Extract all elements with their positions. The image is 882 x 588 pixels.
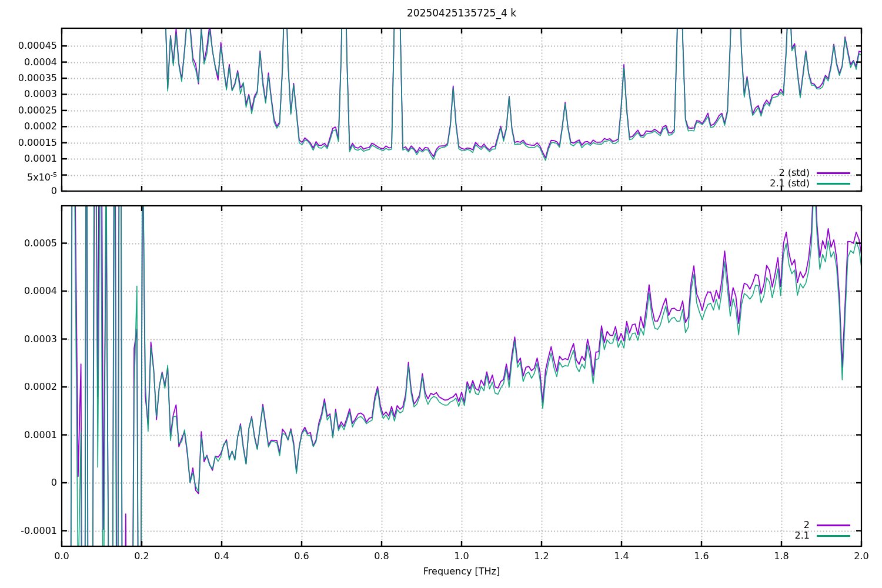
legend-label: 2.1	[795, 530, 810, 541]
y-tick-label: 0.0003	[0, 333, 57, 345]
y-tick-label: 0	[0, 185, 57, 197]
y-tick-label: 0	[0, 477, 57, 489]
y-axis-label-clipped: k	[0, 368, 2, 373]
legend-label: 2	[804, 520, 810, 530]
legend-label: 2 (std)	[779, 168, 810, 178]
y-tick-label: -0.0001	[0, 525, 57, 537]
x-axis-label: Frequency [THz]	[62, 566, 861, 577]
y-tick-label: 0.0003	[0, 88, 57, 100]
x-tick-label: 1.6	[681, 550, 722, 562]
y-tick-label: 0.0001	[0, 153, 57, 165]
legend-item: 2.1 (std)	[770, 178, 850, 189]
legend-line-sample	[817, 524, 850, 526]
x-tick-label: 1.8	[761, 550, 802, 562]
x-tick-label: 0.2	[121, 550, 162, 562]
legend-line-sample	[817, 535, 850, 537]
legend-label: 2.1 (std)	[770, 178, 810, 189]
y-tick-label: 0.00045	[0, 40, 57, 52]
y-tick-label: 0.0005	[0, 238, 57, 249]
y-tick-label: 0.0001	[0, 429, 57, 441]
x-tick-label: 0.4	[201, 550, 242, 562]
legend-item: 2.1	[795, 530, 850, 542]
chart-canvas	[0, 0, 882, 588]
y-tick-label: 0.00035	[0, 72, 57, 84]
y-tick-label: 0.0002	[0, 121, 57, 132]
x-tick-label: 0.8	[361, 550, 402, 562]
y-tick-label: 0.0002	[0, 381, 57, 393]
legend-line-sample	[817, 172, 850, 174]
legend-item: 2 (std)	[779, 167, 850, 179]
x-tick-label: 0.0	[41, 550, 82, 562]
y-tick-label: 0.0004	[0, 285, 57, 297]
gnuplot-window: 20250425135725_4 k Frequency [THz] k 05x…	[0, 0, 882, 588]
x-tick-label: 0.6	[281, 550, 322, 562]
x-tick-label: 1.0	[441, 550, 482, 562]
y-tick-label: 0.0004	[0, 56, 57, 68]
x-tick-label: 1.4	[601, 550, 642, 562]
legend-item: 2	[804, 519, 850, 531]
y-tick-label: 0.00025	[0, 105, 57, 116]
x-tick-label: 2.0	[841, 550, 882, 562]
x-tick-label: 1.2	[521, 550, 562, 562]
y-tick-label: 0.00015	[0, 137, 57, 149]
y-tick-label: 5x10-5	[0, 169, 57, 183]
legend-line-sample	[817, 183, 850, 185]
chart-title: 20250425135725_4 k	[62, 7, 861, 19]
